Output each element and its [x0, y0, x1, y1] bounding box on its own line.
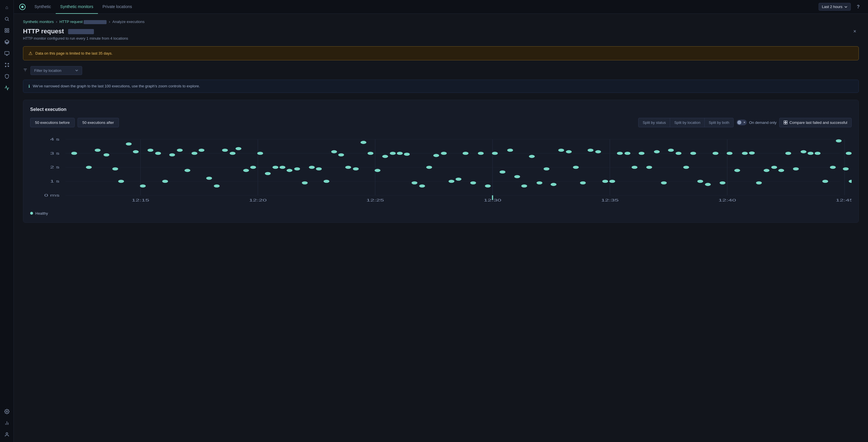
svg-point-117 — [580, 181, 586, 184]
svg-point-150 — [822, 180, 828, 183]
svg-point-119 — [595, 150, 601, 153]
breadcrumb-http-request[interactable]: HTTP request — [59, 20, 106, 24]
svg-point-64 — [192, 152, 197, 155]
svg-point-132 — [690, 152, 696, 155]
sidebar-icon-settings[interactable] — [2, 406, 12, 417]
svg-point-74 — [265, 172, 271, 175]
svg-point-151 — [830, 166, 836, 169]
topnav-synthetic-monitors[interactable]: Synthetic monitors — [56, 0, 98, 14]
svg-point-95 — [419, 184, 425, 187]
svg-point-127 — [654, 150, 660, 153]
sidebar-icon-analytics[interactable] — [2, 418, 12, 428]
svg-point-111 — [536, 181, 542, 184]
close-button[interactable]: × — [851, 28, 859, 36]
svg-point-141 — [756, 181, 762, 184]
svg-point-61 — [169, 153, 175, 156]
sidebar-icon-shield[interactable] — [2, 71, 12, 82]
svg-point-93 — [404, 153, 410, 156]
svg-text:12:40: 12:40 — [718, 198, 736, 202]
svg-point-134 — [705, 183, 711, 186]
chart-svg: 4 s 3 s 2 s 1 s 0 ms 12:15 12:20 — [30, 133, 851, 208]
sidebar-icon-layers[interactable] — [2, 37, 12, 47]
sidebar-icon-user[interactable] — [2, 429, 12, 440]
sidebar-icon-grid[interactable] — [2, 25, 12, 36]
alert-banner: ⚠ Data on this page is limited to the la… — [23, 46, 859, 60]
filter-icon — [23, 68, 28, 73]
filter-location-dropdown[interactable]: Filter by location — [30, 66, 82, 75]
svg-point-63 — [184, 169, 190, 172]
split-by-location-button[interactable]: Split by location — [670, 118, 705, 127]
svg-point-90 — [382, 155, 388, 158]
select-execution-card: Select execution 50 executions before 50… — [23, 100, 859, 223]
executions-before-button[interactable]: 50 executions before — [30, 118, 75, 127]
execution-chart: 4 s 3 s 2 s 1 s 0 ms 12:15 12:20 — [30, 133, 851, 208]
page-subtitle: HTTP monitor configured to run every 1 m… — [23, 36, 128, 40]
svg-point-92 — [397, 152, 403, 155]
breadcrumb-sep-1: › — [56, 20, 57, 24]
svg-text:12:20: 12:20 — [249, 198, 267, 202]
info-message: We've narrowed down the graph to the las… — [33, 84, 200, 88]
split-by-both-button[interactable]: Split by both — [705, 118, 733, 127]
svg-point-107 — [507, 149, 513, 152]
breadcrumb-synthetic-monitors[interactable]: Synthetic monitors — [23, 20, 54, 24]
sidebar-icon-chart[interactable] — [2, 48, 12, 59]
split-group: Split by status Split by location Split … — [638, 118, 734, 127]
sidebar-icon-puzzle[interactable] — [2, 60, 12, 70]
svg-rect-20 — [784, 121, 785, 122]
svg-point-75 — [273, 166, 278, 169]
svg-point-124 — [631, 166, 638, 169]
svg-point-120 — [602, 180, 608, 183]
svg-point-129 — [668, 149, 674, 152]
compare-button[interactable]: Compare last failed and successful — [779, 118, 851, 127]
svg-line-1 — [8, 20, 9, 21]
topnav-synthetic[interactable]: Synthetic — [30, 0, 56, 14]
svg-point-145 — [785, 152, 791, 155]
svg-text:12:45: 12:45 — [836, 198, 851, 202]
app-logo — [19, 3, 26, 11]
split-by-status-button[interactable]: Split by status — [639, 118, 670, 127]
svg-point-118 — [588, 149, 593, 152]
svg-point-149 — [814, 152, 820, 155]
svg-point-69 — [230, 152, 236, 155]
demand-toggle-switch[interactable]: ✕ — [737, 120, 747, 125]
info-banner: ℹ We've narrowed down the graph to the l… — [23, 80, 859, 93]
help-icon[interactable]: ? — [853, 2, 863, 12]
time-picker[interactable]: Last 2 hours — [818, 3, 851, 11]
sidebar-icon-search[interactable] — [2, 14, 12, 24]
svg-point-53 — [112, 167, 118, 170]
svg-point-148 — [808, 152, 813, 155]
main-content: Synthetic Synthetic monitors Private loc… — [14, 0, 868, 442]
svg-point-86 — [353, 167, 359, 170]
sidebar-icon-home[interactable]: ⌂ — [2, 2, 12, 13]
demand-toggle-label: On demand only — [749, 120, 776, 125]
sidebar-icon-monitor[interactable] — [2, 83, 12, 93]
svg-point-98 — [441, 152, 447, 155]
section-title: Select execution — [30, 107, 851, 112]
compare-button-label: Compare last failed and successful — [789, 120, 847, 125]
svg-rect-23 — [786, 123, 787, 124]
svg-text:3 s: 3 s — [50, 151, 59, 155]
svg-point-68 — [222, 149, 228, 152]
svg-point-0 — [5, 17, 8, 21]
legend-label: Healthy — [35, 211, 48, 215]
svg-rect-4 — [5, 31, 6, 32]
svg-point-100 — [456, 177, 461, 180]
svg-text:0 ms: 0 ms — [44, 193, 59, 198]
svg-text:12:35: 12:35 — [601, 198, 619, 202]
svg-point-126 — [646, 166, 652, 169]
svg-point-130 — [676, 152, 681, 155]
svg-point-73 — [257, 152, 263, 155]
svg-rect-3 — [7, 28, 9, 30]
svg-point-54 — [118, 180, 124, 183]
svg-point-81 — [316, 167, 322, 170]
svg-point-112 — [544, 167, 550, 170]
svg-point-16 — [21, 6, 24, 8]
svg-point-52 — [103, 153, 109, 156]
svg-point-101 — [463, 152, 468, 155]
svg-point-97 — [433, 154, 439, 157]
svg-point-142 — [764, 169, 770, 172]
topnav-private-locations[interactable]: Private locations — [98, 0, 137, 14]
executions-after-button[interactable]: 50 executions after — [78, 118, 119, 127]
svg-point-139 — [742, 152, 748, 155]
svg-point-67 — [214, 184, 219, 187]
